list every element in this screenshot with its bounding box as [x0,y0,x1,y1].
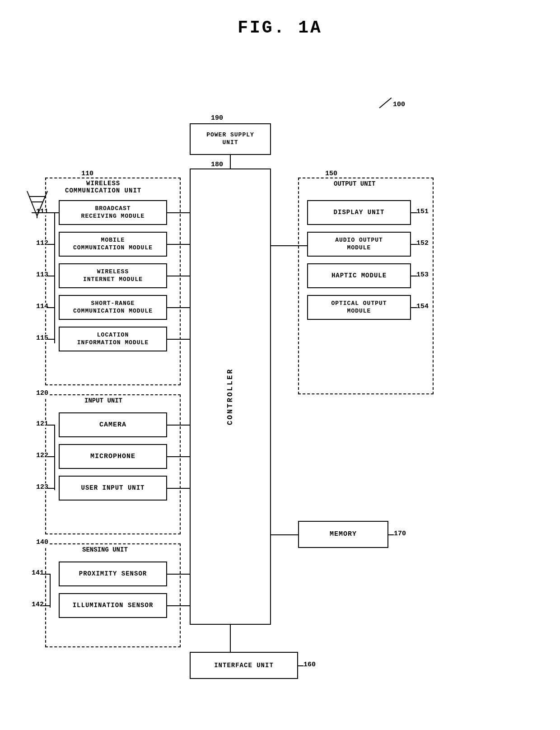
tick-122 [47,456,54,457]
illumination-box: ILLUMINATION SENSOR [59,593,167,618]
line-mobile [167,244,190,245]
proximity-box: PROXIMITY SENSOR [59,562,167,586]
label-110: 110 [81,170,93,178]
label-170: 170 [394,530,406,538]
label-153: 153 [416,271,429,279]
label-115: 115 [36,334,48,342]
camera-box: CAMERA [59,412,167,437]
line-proximity [167,574,190,575]
tick-142 [43,605,50,606]
sensing-label: SENSING UNIT [80,546,130,553]
label-121: 121 [36,420,48,428]
microphone-box: MICROPHONE [59,444,167,469]
label-114: 114 [36,303,48,310]
label-140: 140 [36,538,48,546]
label-190: 190 [211,114,223,122]
line-to-interface-h [190,652,230,653]
line-illumination [167,605,190,606]
audio-box: AUDIO OUTPUT MODULE [307,232,411,257]
tick-111 [47,212,54,213]
tick-123 [47,488,54,489]
haptic-box: HAPTIC MODULE [307,263,411,288]
line-to-output [271,245,307,246]
user-input-box: USER INPUT UNIT [59,476,167,501]
wireless-comm-label: WIRELESS COMMUNICATION UNIT [63,180,143,194]
line-wireless-internet [167,276,190,276]
line-camera [167,425,190,426]
page-title: FIG. 1A [0,0,560,37]
label-112: 112 [36,239,48,247]
label-180: 180 [211,161,223,168]
interface-box: INTERFACE UNIT [190,652,298,679]
optical-box: OPTICAL OUTPUT MODULE [307,295,411,320]
tick-115 [47,339,54,340]
line-interface-label [298,665,303,666]
label-154: 154 [416,303,429,310]
tick-113 [47,276,54,276]
label-142: 142 [32,601,44,608]
location-box: LOCATION INFORMATION MODULE [59,327,167,351]
tick-112 [47,244,54,245]
diagram: 100 POWER SUPPLY UNIT 190 CONTROLLER 180… [0,51,560,730]
line-user-input [167,488,190,489]
memory-box: MEMORY [298,521,388,548]
line-v-wireless [54,212,55,343]
label-152: 152 [416,239,429,247]
input-unit-label: INPUT UNIT [83,397,124,404]
line-v-input [54,425,55,490]
tick-114 [47,307,54,308]
display-box: DISPLAY UNIT [307,200,411,225]
mobile-box: MOBILE COMMUNICATION MODULE [59,232,167,257]
line-to-interface [230,625,231,652]
line-memory-label [388,534,394,535]
broadcast-box: BROADCAST RECEIVING MODULE [59,200,167,225]
label-113: 113 [36,271,48,279]
label-100: 100 [393,101,405,108]
line-power-controller [230,155,231,168]
label-151: 151 [416,208,429,215]
short-range-box: SHORT-RANGE COMMUNICATION MODULE [59,295,167,320]
controller-box: CONTROLLER [190,168,271,625]
wireless-internet-box: WIRELESS INTERNET MODULE [59,263,167,288]
label-120: 120 [36,389,48,397]
tick-141 [43,574,50,575]
label-160: 160 [303,661,316,669]
line-to-memory [271,534,298,535]
tick-121 [47,425,54,426]
line-short-range [167,307,190,308]
line-v-sensing [50,574,51,608]
line-location [167,339,190,340]
power-supply-box: POWER SUPPLY UNIT [190,123,271,155]
output-label: OUTPUT UNIT [332,180,377,187]
line-microphone [167,456,190,457]
label-150: 150 [325,170,337,178]
line-broadcast [167,212,190,213]
label-123: 123 [36,483,48,491]
label-141: 141 [32,569,44,577]
label-122: 122 [36,452,48,459]
